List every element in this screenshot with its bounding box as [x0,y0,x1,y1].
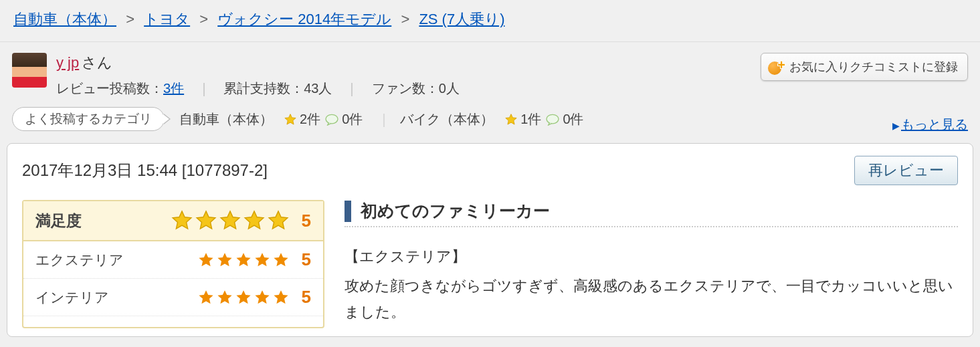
rating-value: 5 [296,249,311,270]
review-count-label: レビュー投稿数： [56,81,163,96]
breadcrumb-link-3[interactable]: ZS (7人乗り) [419,11,504,27]
user-stats: レビュー投稿数：3件 ｜ 累計支持数：43人 ｜ ファン数：0人 [56,80,968,98]
arrow-right-icon: ▶ [892,120,900,131]
frequent-categories-row: よく投稿するカテゴリ 自動車（本体） 2件 0件 ｜ バイク（本体） 1件 0件… [0,103,980,140]
review-body: 満足度 5 エクステリア [22,200,958,328]
breadcrumb-sep: > [126,11,134,27]
freq-category-item: バイク（本体） 1件 0件 [400,110,583,128]
star-icon [504,112,518,127]
add-icon: + [768,59,784,75]
user-suffix: さん [82,54,112,71]
breadcrumb-link-2[interactable]: ヴォクシー 2014年モデル [217,11,391,27]
more-link-wrap: ▶もっと見る [892,116,968,134]
rating-stars [197,251,290,269]
rating-row-overall: 満足度 5 [23,201,323,241]
freq-label: よく投稿するカテゴリ [12,107,165,131]
svg-point-1 [547,115,559,124]
rating-stars [197,289,290,306]
rating-stars [171,209,290,232]
title-bar-icon [345,201,351,222]
title-underline [345,226,958,227]
review-datetime: 2017年12月3日 15:44 [22,161,177,179]
review-id: [1077897-2] [182,161,268,179]
star-icon [284,112,297,127]
rating-row: エクステリア 5 [23,241,323,279]
user-header: y jpさん レビュー投稿数：3件 ｜ 累計支持数：43人 ｜ ファン数：0人 … [0,42,980,103]
review-datetime-line: 2017年12月3日 15:44 [1077897-2] [22,160,268,181]
support-value: 43人 [304,81,332,96]
freq-cat-name: バイク（本体） [400,110,494,128]
rating-label: インテリア [35,288,109,307]
breadcrumb-link-0[interactable]: 自動車（本体） [13,11,116,27]
review-content: 【エクステリア】 攻めた顔つきながらゴツすぎず、高級感のあるエクステリアで、一目… [345,243,958,326]
review-paragraph: 攻めた顔つきながらゴツすぎず、高級感のあるエクステリアで、一目でカッコいいと思い… [345,273,958,326]
breadcrumb-sep: > [199,11,208,27]
stat-divider: ｜ [345,81,359,96]
review-section-heading: 【エクステリア】 [345,243,958,270]
review-title: 初めてのファミリーカー [361,200,550,222]
review-count-link[interactable]: 3件 [163,81,184,96]
avatar[interactable] [12,53,47,88]
rating-label: エクステリア [35,251,124,269]
freq-review-count: 1件 [520,110,541,128]
rating-table: 満足度 5 エクステリア [22,200,324,328]
review-title-wrap: 初めてのファミリーカー [345,200,958,222]
freq-comment-count: 0件 [342,110,363,128]
stat-divider: ｜ [197,81,211,96]
comment-icon [324,112,339,127]
comment-icon [545,112,560,127]
review-header: 2017年12月3日 15:44 [1077897-2] 再レビュー [22,156,958,185]
breadcrumb: 自動車（本体） > トヨタ > ヴォクシー 2014年モデル > ZS (7人乗… [0,0,980,42]
add-favorite-label: お気に入りクチコミストに登録 [789,59,958,75]
freq-category-item: 自動車（本体） 2件 0件 [179,110,363,128]
rating-value: 5 [296,287,311,308]
rereview-button[interactable]: 再レビュー [854,156,958,185]
breadcrumb-link-1[interactable]: トヨタ [144,11,190,27]
fans-label: ファン数： [372,81,439,96]
user-name-link[interactable]: y jp [56,54,79,71]
svg-point-0 [326,115,338,124]
freq-comment-count: 0件 [563,110,583,128]
add-favorite-button[interactable]: + お気に入りクチコミストに登録 [761,53,968,81]
fans-value: 0人 [439,81,460,96]
breadcrumb-sep: > [401,11,409,27]
cat-divider: ｜ [377,110,391,128]
support-label: 累計支持数： [223,81,304,96]
rating-value: 5 [296,211,311,231]
freq-cat-name: 自動車（本体） [179,110,273,128]
review-card: 2017年12月3日 15:44 [1077897-2] 再レビュー 満足度 5 [7,143,973,337]
review-text: 初めてのファミリーカー 【エクステリア】 攻めた顔つきながらゴツすぎず、高級感の… [345,200,958,328]
more-link[interactable]: もっと見る [901,117,968,132]
rating-row: インテリア 5 [23,279,323,316]
freq-review-count: 2件 [300,110,320,128]
rating-label: 満足度 [35,211,82,231]
